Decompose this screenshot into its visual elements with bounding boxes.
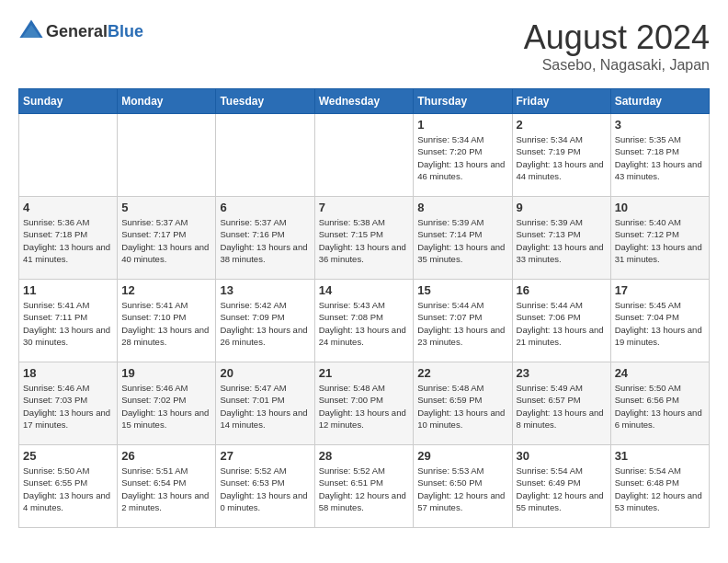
calendar-cell: 30Sunrise: 5:54 AMSunset: 6:49 PMDayligh… [512, 445, 610, 528]
day-number: 20 [220, 366, 310, 380]
calendar-cell: 17Sunrise: 5:45 AMSunset: 7:04 PMDayligh… [610, 280, 709, 362]
calendar-cell: 29Sunrise: 5:53 AMSunset: 6:50 PMDayligh… [414, 445, 512, 528]
day-number: 31 [615, 449, 705, 463]
calendar-cell: 27Sunrise: 5:52 AMSunset: 6:53 PMDayligh… [216, 445, 314, 528]
logo-icon [18, 18, 44, 44]
day-info: Sunrise: 5:52 AMSunset: 6:53 PMDaylight:… [220, 465, 310, 513]
month-year: August 2024 [524, 18, 710, 57]
column-header-thursday: Thursday [414, 89, 512, 114]
column-header-tuesday: Tuesday [216, 89, 314, 114]
calendar-header-row: SundayMondayTuesdayWednesdayThursdayFrid… [19, 89, 710, 114]
day-info: Sunrise: 5:54 AMSunset: 6:48 PMDaylight:… [615, 465, 705, 513]
logo-general: General [46, 22, 108, 40]
day-info: Sunrise: 5:47 AMSunset: 7:01 PMDaylight:… [220, 382, 310, 431]
calendar-cell: 8Sunrise: 5:39 AMSunset: 7:14 PMDaylight… [414, 197, 512, 280]
day-number: 16 [517, 283, 607, 297]
calendar-cell: 16Sunrise: 5:44 AMSunset: 7:06 PMDayligh… [512, 280, 610, 362]
day-info: Sunrise: 5:34 AMSunset: 7:20 PMDaylight:… [417, 133, 507, 182]
calendar-cell: 3Sunrise: 5:35 AMSunset: 7:18 PMDaylight… [610, 114, 709, 197]
calendar-cell: 11Sunrise: 5:41 AMSunset: 7:11 PMDayligh… [19, 280, 118, 362]
calendar-cell: 25Sunrise: 5:50 AMSunset: 6:55 PMDayligh… [19, 445, 118, 528]
day-number: 28 [319, 449, 410, 463]
day-info: Sunrise: 5:38 AMSunset: 7:15 PMDaylight:… [319, 216, 410, 265]
day-info: Sunrise: 5:49 AMSunset: 6:57 PMDaylight:… [517, 382, 607, 431]
day-number: 29 [417, 449, 507, 463]
day-info: Sunrise: 5:44 AMSunset: 7:07 PMDaylight:… [417, 299, 507, 348]
calendar-cell: 13Sunrise: 5:42 AMSunset: 7:09 PMDayligh… [216, 280, 314, 362]
day-number: 2 [517, 118, 607, 132]
calendar-cell: 18Sunrise: 5:46 AMSunset: 7:03 PMDayligh… [19, 362, 118, 445]
day-number: 22 [417, 366, 507, 380]
logo-blue: Blue [108, 22, 143, 40]
calendar-cell [118, 114, 216, 197]
calendar-cell [216, 114, 314, 197]
calendar-cell: 21Sunrise: 5:48 AMSunset: 7:00 PMDayligh… [314, 362, 414, 445]
day-info: Sunrise: 5:37 AMSunset: 7:17 PMDaylight:… [121, 216, 211, 265]
calendar-week-row: 4Sunrise: 5:36 AMSunset: 7:18 PMDaylight… [19, 197, 710, 280]
day-info: Sunrise: 5:46 AMSunset: 7:03 PMDaylight:… [23, 382, 113, 431]
day-number: 3 [615, 118, 705, 132]
calendar-cell [314, 114, 414, 197]
day-info: Sunrise: 5:54 AMSunset: 6:49 PMDaylight:… [517, 465, 607, 513]
day-number: 15 [417, 283, 507, 297]
calendar-cell: 5Sunrise: 5:37 AMSunset: 7:17 PMDaylight… [118, 197, 216, 280]
calendar-cell: 15Sunrise: 5:44 AMSunset: 7:07 PMDayligh… [414, 280, 512, 362]
day-number: 8 [417, 201, 507, 214]
day-number: 7 [319, 201, 410, 214]
day-info: Sunrise: 5:39 AMSunset: 7:13 PMDaylight:… [517, 216, 607, 265]
calendar-cell: 31Sunrise: 5:54 AMSunset: 6:48 PMDayligh… [610, 445, 709, 528]
calendar-cell: 2Sunrise: 5:34 AMSunset: 7:19 PMDaylight… [512, 114, 610, 197]
day-info: Sunrise: 5:40 AMSunset: 7:12 PMDaylight:… [615, 216, 705, 265]
day-number: 24 [615, 366, 705, 380]
day-number: 14 [319, 283, 410, 297]
day-info: Sunrise: 5:51 AMSunset: 6:54 PMDaylight:… [121, 465, 211, 513]
calendar-cell: 9Sunrise: 5:39 AMSunset: 7:13 PMDaylight… [512, 197, 610, 280]
calendar-cell: 19Sunrise: 5:46 AMSunset: 7:02 PMDayligh… [118, 362, 216, 445]
calendar-cell: 1Sunrise: 5:34 AMSunset: 7:20 PMDaylight… [414, 114, 512, 197]
day-info: Sunrise: 5:42 AMSunset: 7:09 PMDaylight:… [220, 299, 310, 348]
day-number: 18 [23, 366, 113, 380]
day-info: Sunrise: 5:43 AMSunset: 7:08 PMDaylight:… [319, 299, 410, 348]
column-header-friday: Friday [512, 89, 610, 114]
calendar-cell: 23Sunrise: 5:49 AMSunset: 6:57 PMDayligh… [512, 362, 610, 445]
calendar-cell: 22Sunrise: 5:48 AMSunset: 6:59 PMDayligh… [414, 362, 512, 445]
day-info: Sunrise: 5:39 AMSunset: 7:14 PMDaylight:… [417, 216, 507, 265]
day-number: 25 [23, 449, 113, 463]
day-info: Sunrise: 5:41 AMSunset: 7:11 PMDaylight:… [23, 299, 113, 348]
logo: GeneralBlue [18, 18, 143, 44]
day-info: Sunrise: 5:50 AMSunset: 6:56 PMDaylight:… [615, 382, 705, 431]
calendar-cell: 10Sunrise: 5:40 AMSunset: 7:12 PMDayligh… [610, 197, 709, 280]
calendar-cell: 4Sunrise: 5:36 AMSunset: 7:18 PMDaylight… [19, 197, 118, 280]
calendar-cell: 24Sunrise: 5:50 AMSunset: 6:56 PMDayligh… [610, 362, 709, 445]
day-number: 10 [615, 201, 705, 214]
day-number: 12 [121, 283, 211, 297]
day-number: 30 [517, 449, 607, 463]
day-info: Sunrise: 5:53 AMSunset: 6:50 PMDaylight:… [417, 465, 507, 513]
day-number: 1 [417, 118, 507, 132]
calendar-cell [19, 114, 118, 197]
column-header-sunday: Sunday [19, 89, 118, 114]
day-info: Sunrise: 5:37 AMSunset: 7:16 PMDaylight:… [220, 216, 310, 265]
calendar-week-row: 11Sunrise: 5:41 AMSunset: 7:11 PMDayligh… [19, 280, 710, 362]
page-header: GeneralBlue August 2024 Sasebo, Nagasaki… [18, 18, 710, 74]
day-number: 19 [121, 366, 211, 380]
calendar-cell: 7Sunrise: 5:38 AMSunset: 7:15 PMDaylight… [314, 197, 414, 280]
day-info: Sunrise: 5:35 AMSunset: 7:18 PMDaylight:… [615, 133, 705, 182]
day-number: 5 [121, 201, 211, 214]
day-info: Sunrise: 5:48 AMSunset: 6:59 PMDaylight:… [417, 382, 507, 431]
day-number: 6 [220, 201, 310, 214]
day-number: 27 [220, 449, 310, 463]
calendar-cell: 28Sunrise: 5:52 AMSunset: 6:51 PMDayligh… [314, 445, 414, 528]
day-number: 11 [23, 283, 113, 297]
day-info: Sunrise: 5:36 AMSunset: 7:18 PMDaylight:… [23, 216, 113, 265]
calendar-cell: 26Sunrise: 5:51 AMSunset: 6:54 PMDayligh… [118, 445, 216, 528]
day-info: Sunrise: 5:52 AMSunset: 6:51 PMDaylight:… [319, 465, 410, 513]
calendar-cell: 12Sunrise: 5:41 AMSunset: 7:10 PMDayligh… [118, 280, 216, 362]
day-number: 17 [615, 283, 705, 297]
day-info: Sunrise: 5:46 AMSunset: 7:02 PMDaylight:… [121, 382, 211, 431]
calendar-week-row: 25Sunrise: 5:50 AMSunset: 6:55 PMDayligh… [19, 445, 710, 528]
calendar-table: SundayMondayTuesdayWednesdayThursdayFrid… [18, 88, 710, 528]
column-header-monday: Monday [118, 89, 216, 114]
calendar-week-row: 1Sunrise: 5:34 AMSunset: 7:20 PMDaylight… [19, 114, 710, 197]
calendar-cell: 6Sunrise: 5:37 AMSunset: 7:16 PMDaylight… [216, 197, 314, 280]
